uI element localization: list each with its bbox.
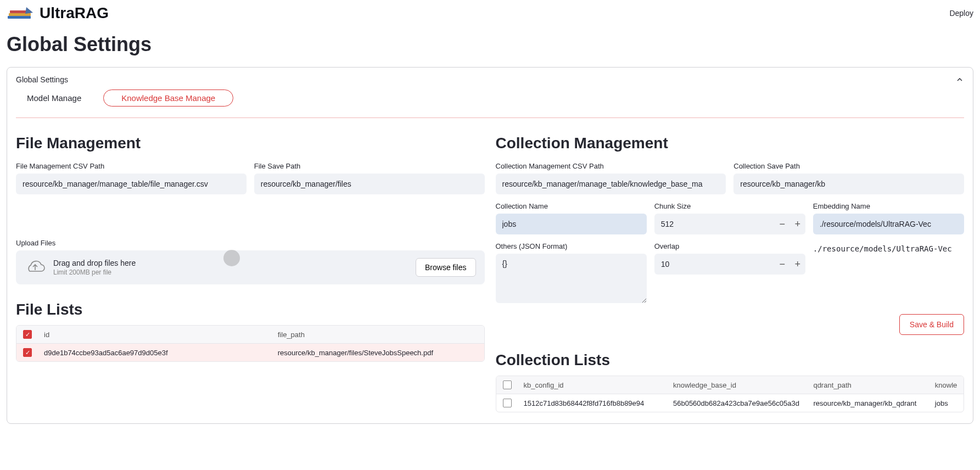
row-checkbox[interactable] (503, 399, 512, 407)
overlap-input[interactable] (654, 260, 775, 268)
overlap-label: Overlap (654, 242, 805, 250)
chevron-up-icon (955, 75, 964, 84)
row-checkbox[interactable] (23, 348, 32, 357)
collection-lists-heading: Collection Lists (496, 351, 965, 369)
expander-header[interactable]: Global Settings (16, 74, 964, 89)
cell-id: d9de1b74ccbe93ad5ac6ae97d9d05e3f (38, 344, 272, 361)
col-knowledge-base-id[interactable]: knowledge_base_id (668, 377, 808, 394)
table-row[interactable]: d9de1b74ccbe93ad5ac6ae97d9d05e3f resourc… (16, 343, 484, 361)
cell-file-path: resource/kb_manager/files/SteveJobsSpeec… (272, 344, 484, 361)
file-lists-table: id file_path d9de1b74ccbe93ad5ac6ae97d9d… (16, 325, 485, 362)
cell-qdrant-path: resource/kb_manager/kb_qdrant (808, 395, 929, 412)
file-management-heading: File Management (16, 135, 485, 152)
file-save-path-label: File Save Path (254, 162, 485, 170)
chunk-size-input[interactable] (654, 220, 775, 228)
cell-knowledge-base-id: 56b0560db682a423cba7e9ae56c05a3d (668, 395, 808, 412)
cell-knowledge: jobs (929, 395, 964, 412)
col-file-path[interactable]: file_path (272, 326, 484, 343)
select-all-checkbox[interactable] (23, 330, 32, 339)
collection-name-label: Collection Name (496, 202, 647, 210)
collection-mgmt-csv-label: Collection Management CSV Path (496, 162, 726, 170)
file-save-path-input[interactable] (254, 174, 485, 194)
brand-text: UltraRAG (40, 4, 109, 22)
overlap-increment[interactable]: + (790, 254, 805, 275)
file-dropzone[interactable]: Drag and drop files here Limit 200MB per… (16, 250, 485, 284)
settings-expander: Global Settings Model Manage Knowledge B… (7, 67, 973, 424)
save-build-button[interactable]: Save & Build (899, 314, 964, 335)
embedding-path-display: ./resource/models/UltraRAG-Vec (813, 242, 964, 253)
others-json-label: Others (JSON Format) (496, 242, 647, 250)
collection-name-input[interactable] (496, 214, 647, 234)
table-row[interactable]: 1512c71d83b68442f8fd716fb8b89e94 56b0560… (496, 394, 964, 412)
expander-label: Global Settings (16, 75, 68, 84)
file-mgmt-csv-label: File Management CSV Path (16, 162, 247, 170)
embedding-name-input[interactable] (813, 214, 964, 234)
collection-save-path-label: Collection Save Path (733, 162, 964, 170)
embedding-name-label: Embedding Name (813, 202, 964, 210)
chunk-size-label: Chunk Size (654, 202, 805, 210)
collection-management-heading: Collection Management (496, 135, 965, 152)
dropzone-title: Drag and drop files here (53, 259, 408, 267)
browse-files-button[interactable]: Browse files (416, 258, 475, 277)
file-lists-heading: File Lists (16, 301, 485, 318)
svg-marker-3 (25, 7, 33, 14)
cell-kb-config-id: 1512c71d83b68442f8fd716fb8b89e94 (518, 395, 668, 412)
collection-mgmt-csv-input[interactable] (496, 174, 726, 194)
tabs: Model Manage Knowledge Base Manage (16, 89, 964, 118)
tab-model-manage[interactable]: Model Manage (27, 90, 81, 106)
col-id[interactable]: id (38, 326, 272, 343)
collection-lists-table: kb_config_id knowledge_base_id qdrant_pa… (496, 376, 965, 412)
chunk-size-decrement[interactable]: − (775, 214, 790, 234)
page-title: Global Settings (0, 26, 980, 67)
collection-save-path-input[interactable] (733, 174, 964, 194)
books-icon (7, 5, 35, 21)
others-json-input[interactable] (496, 254, 647, 303)
upload-files-label: Upload Files (16, 239, 55, 247)
svg-rect-0 (8, 16, 31, 19)
tab-knowledge-base-manage[interactable]: Knowledge Base Manage (103, 89, 233, 107)
chunk-size-increment[interactable]: + (790, 214, 805, 234)
dropzone-subtitle: Limit 200MB per file (53, 268, 408, 276)
table-header: id file_path (16, 326, 484, 343)
table-header: kb_config_id knowledge_base_id qdrant_pa… (496, 376, 964, 394)
col-knowledge[interactable]: knowle (929, 377, 964, 394)
select-all-checkbox[interactable] (503, 381, 512, 389)
overlap-decrement[interactable]: − (775, 254, 790, 275)
svg-rect-1 (9, 13, 31, 16)
file-mgmt-csv-input[interactable] (16, 174, 247, 194)
col-qdrant-path[interactable]: qdrant_path (808, 377, 929, 394)
cloud-upload-icon (25, 259, 46, 276)
deploy-link[interactable]: Deploy (949, 9, 973, 18)
col-kb-config-id[interactable]: kb_config_id (518, 377, 668, 394)
brand-logo: UltraRAG (7, 4, 109, 22)
